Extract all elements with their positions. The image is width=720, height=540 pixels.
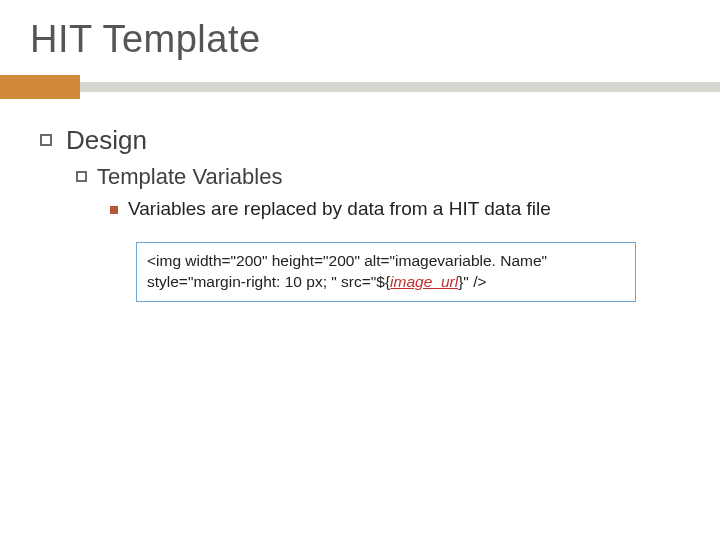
slide-title: HIT Template [30,18,690,61]
code-variable: image_url [390,273,458,290]
square-bullet-hollow-icon [76,171,87,182]
accent-bar [30,75,690,99]
bullet-level-1: Design [40,125,690,156]
square-bullet-filled-icon [110,206,118,214]
bullet-level-3: Variables are replaced by data from a HI… [110,198,690,220]
accent-orange-block [0,75,80,99]
accent-gray-line [80,82,720,92]
content-area: Design Template Variables Variables are … [30,125,690,302]
square-bullet-hollow-icon [40,134,52,146]
code-example-box: <img width="200" height="200" alt="image… [136,242,636,302]
bullet-level-2: Template Variables [76,164,690,190]
code-part-2: }" /> [458,273,486,290]
lvl3-text: Variables are replaced by data from a HI… [128,198,551,220]
lvl2-text: Template Variables [97,164,282,190]
code-part-1: <img width="200" height="200" alt="image… [147,252,547,290]
lvl1-text: Design [66,125,147,156]
